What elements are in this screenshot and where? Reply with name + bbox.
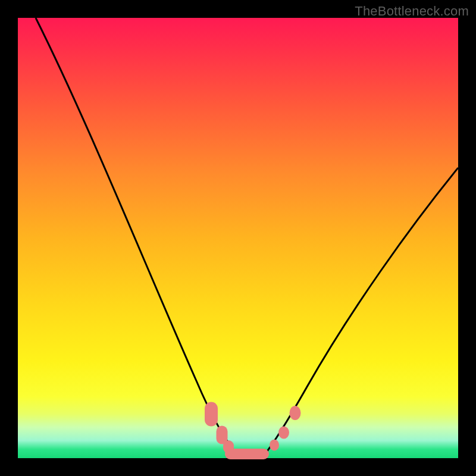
left-curve-path [36, 18, 238, 455]
marker-left-1 [205, 402, 218, 427]
marker-bottom-pill [225, 449, 269, 459]
marker-right-3 [290, 406, 301, 420]
marker-right-1 [270, 440, 279, 451]
bottleneck-curve [18, 18, 458, 458]
marker-right-2 [278, 427, 289, 439]
chart-frame: TheBottleneck.com [0, 0, 476, 476]
plot-area [18, 18, 458, 458]
watermark-text: TheBottleneck.com [355, 4, 469, 19]
